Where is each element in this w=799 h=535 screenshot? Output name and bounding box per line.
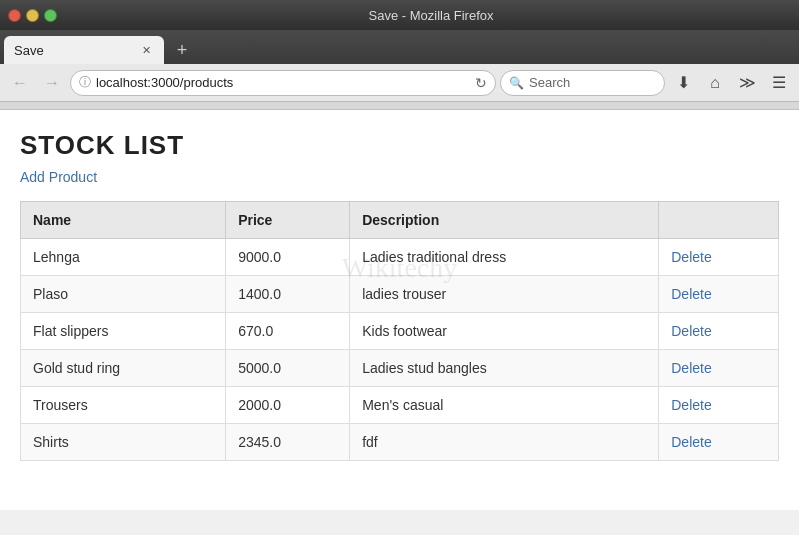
cell-description: fdf — [350, 424, 659, 461]
header-price: Price — [226, 202, 350, 239]
cell-price: 2000.0 — [226, 387, 350, 424]
back-button[interactable]: ← — [6, 69, 34, 97]
delete-link[interactable]: Delete — [671, 360, 711, 376]
nav-bar: ← → ⓘ localhost:3000/products ↻ 🔍 Search… — [0, 64, 799, 102]
title-bar: Save - Mozilla Firefox — [0, 0, 799, 30]
header-name: Name — [21, 202, 226, 239]
add-product-link[interactable]: Add Product — [20, 169, 97, 185]
forward-button[interactable]: → — [38, 69, 66, 97]
url-bar[interactable]: ⓘ localhost:3000/products ↻ — [70, 70, 496, 96]
header-description: Description — [350, 202, 659, 239]
more-button[interactable]: ≫ — [733, 69, 761, 97]
table-row: Shirts2345.0fdfDelete — [21, 424, 779, 461]
cell-action: Delete — [659, 276, 779, 313]
cell-action: Delete — [659, 424, 779, 461]
window-controls — [8, 9, 57, 22]
cell-name: Gold stud ring — [21, 350, 226, 387]
cell-description: Ladies traditional dress — [350, 239, 659, 276]
search-input[interactable]: Search — [529, 75, 570, 90]
reload-button[interactable]: ↻ — [475, 75, 487, 91]
download-button[interactable]: ⬇ — [669, 69, 697, 97]
window-title: Save - Mozilla Firefox — [71, 8, 791, 23]
url-text: localhost:3000/products — [96, 75, 470, 90]
table-row: Gold stud ring5000.0Ladies stud banglesD… — [21, 350, 779, 387]
header-action — [659, 202, 779, 239]
delete-link[interactable]: Delete — [671, 434, 711, 450]
cell-description: Kids footwear — [350, 313, 659, 350]
cell-name: Flat slippers — [21, 313, 226, 350]
table-header-row: Name Price Description — [21, 202, 779, 239]
tab-label: Save — [14, 43, 130, 58]
delete-link[interactable]: Delete — [671, 249, 711, 265]
delete-link[interactable]: Delete — [671, 397, 711, 413]
cell-action: Delete — [659, 387, 779, 424]
menu-button[interactable]: ☰ — [765, 69, 793, 97]
table-row: Trousers2000.0Men's casualDelete — [21, 387, 779, 424]
cell-price: 1400.0 — [226, 276, 350, 313]
active-tab[interactable]: Save ✕ — [4, 36, 164, 64]
stock-table: Name Price Description Lehnga9000.0Ladie… — [20, 201, 779, 461]
tab-bar: Save ✕ + — [0, 30, 799, 64]
cell-price: 670.0 — [226, 313, 350, 350]
close-button[interactable] — [8, 9, 21, 22]
minimize-button[interactable] — [26, 9, 39, 22]
cell-action: Delete — [659, 350, 779, 387]
cell-price: 2345.0 — [226, 424, 350, 461]
home-button[interactable]: ⌂ — [701, 69, 729, 97]
search-icon: 🔍 — [509, 76, 524, 90]
cell-name: Trousers — [21, 387, 226, 424]
cell-name: Lehnga — [21, 239, 226, 276]
separator — [0, 102, 799, 110]
tab-close-button[interactable]: ✕ — [138, 42, 154, 58]
cell-description: Ladies stud bangles — [350, 350, 659, 387]
cell-action: Delete — [659, 239, 779, 276]
table-row: Flat slippers670.0Kids footwearDelete — [21, 313, 779, 350]
cell-description: Men's casual — [350, 387, 659, 424]
cell-description: ladies trouser — [350, 276, 659, 313]
cell-name: Plaso — [21, 276, 226, 313]
delete-link[interactable]: Delete — [671, 286, 711, 302]
page-title: STOCK LIST — [20, 130, 779, 161]
table-row: Lehnga9000.0Ladies traditional dressDele… — [21, 239, 779, 276]
maximize-button[interactable] — [44, 9, 57, 22]
delete-link[interactable]: Delete — [671, 323, 711, 339]
cell-price: 5000.0 — [226, 350, 350, 387]
page-content: STOCK LIST Add Product Name Price Descri… — [0, 110, 799, 510]
info-icon: ⓘ — [79, 74, 91, 91]
search-bar[interactable]: 🔍 Search — [500, 70, 665, 96]
new-tab-button[interactable]: + — [168, 36, 196, 64]
cell-name: Shirts — [21, 424, 226, 461]
cell-action: Delete — [659, 313, 779, 350]
table-row: Plaso1400.0ladies trouserDelete — [21, 276, 779, 313]
cell-price: 9000.0 — [226, 239, 350, 276]
